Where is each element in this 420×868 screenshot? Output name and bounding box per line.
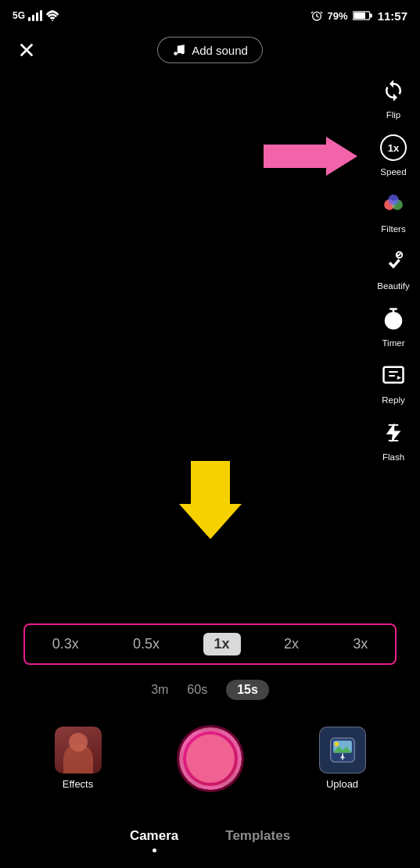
svg-marker-16 xyxy=(264,137,357,176)
reply-button[interactable]: Reply xyxy=(373,355,414,408)
effects-thumbnail xyxy=(55,727,102,773)
speed-label: Speed xyxy=(380,167,406,177)
filters-icon-container xyxy=(376,188,411,222)
reply-icon xyxy=(382,364,405,388)
timer-label: Timer xyxy=(382,338,405,348)
alarm-icon xyxy=(311,9,323,22)
duration-3m[interactable]: 3m xyxy=(151,683,168,697)
beautify-icon-container xyxy=(376,245,411,279)
speed-option-3x[interactable]: 3x xyxy=(342,633,379,655)
yellow-arrow-svg xyxy=(179,461,242,539)
speed-button[interactable]: 1x Speed xyxy=(373,127,414,180)
svg-point-9 xyxy=(388,195,399,205)
flash-button[interactable]: Flash xyxy=(373,413,414,465)
wifi-icon xyxy=(45,10,59,21)
svg-rect-3 xyxy=(370,13,372,17)
timer-button[interactable]: 3 Timer xyxy=(373,298,414,351)
nav-templates: Templates xyxy=(225,828,290,852)
svg-rect-4 xyxy=(354,13,365,19)
camera-tab[interactable]: Camera xyxy=(130,828,178,844)
svg-text:3: 3 xyxy=(389,320,393,328)
svg-point-5 xyxy=(174,52,178,55)
svg-marker-17 xyxy=(179,461,242,539)
beautify-button[interactable]: Beautify xyxy=(373,241,414,294)
upload-button[interactable]: Upload xyxy=(319,727,366,790)
svg-point-20 xyxy=(334,742,338,746)
timer-icon: 3 xyxy=(382,307,405,330)
flip-icon-container xyxy=(376,73,411,108)
signal-icon: 5G xyxy=(13,10,25,21)
effects-label: Effects xyxy=(63,778,94,790)
bottom-controls: Effects Upload xyxy=(0,727,420,790)
duration-selector: 3m 60s 15s xyxy=(0,680,420,700)
close-button[interactable] xyxy=(13,36,41,64)
add-sound-button[interactable]: Add sound xyxy=(157,37,263,63)
beautify-label: Beautify xyxy=(377,281,410,291)
record-button[interactable] xyxy=(179,727,242,790)
battery-percent: 79% xyxy=(328,10,348,22)
flip-icon xyxy=(382,79,405,102)
filters-button[interactable]: Filters xyxy=(373,184,414,237)
pink-arrow-svg xyxy=(264,133,357,180)
reply-label: Reply xyxy=(382,395,404,405)
upload-label: Upload xyxy=(326,778,358,790)
record-inner xyxy=(186,734,235,783)
camera-area: 5G 79% xyxy=(0,0,420,868)
svg-point-0 xyxy=(52,20,53,21)
flip-label: Flip xyxy=(386,110,401,120)
yellow-arrow-annotation xyxy=(179,461,242,542)
nav-camera: Camera xyxy=(130,828,178,852)
close-icon xyxy=(16,40,37,60)
signal-bars xyxy=(28,10,42,21)
beautify-icon xyxy=(382,250,405,273)
speed-circle: 1x xyxy=(380,134,407,161)
nav-active-dot xyxy=(153,848,156,852)
reply-icon-container xyxy=(376,359,411,393)
bottom-nav: Camera Templates xyxy=(0,828,420,852)
battery-icon xyxy=(353,10,373,21)
right-toolbar: Flip 1x Speed Filters xyxy=(373,70,414,465)
speed-selector: 0.3x 0.5x 1x 2x 3x xyxy=(23,623,397,665)
flash-icon-container xyxy=(376,416,411,450)
svg-rect-13 xyxy=(384,367,404,383)
pink-arrow-annotation xyxy=(264,133,357,183)
timer-icon-container: 3 xyxy=(376,302,411,336)
time-display: 11:57 xyxy=(378,9,407,23)
flip-button[interactable]: Flip xyxy=(373,70,414,123)
music-icon xyxy=(172,43,186,57)
speed-option-03x[interactable]: 0.3x xyxy=(41,633,90,655)
duration-60s[interactable]: 60s xyxy=(187,683,207,697)
duration-15s[interactable]: 15s xyxy=(226,680,269,700)
upload-icon-box xyxy=(319,727,366,773)
templates-tab[interactable]: Templates xyxy=(225,828,290,844)
flash-icon xyxy=(382,421,405,445)
upload-icon xyxy=(329,737,356,763)
filters-label: Filters xyxy=(381,224,405,234)
speed-badge: 1x xyxy=(388,142,399,154)
speed-option-2x[interactable]: 2x xyxy=(273,633,310,655)
speed-option-05x[interactable]: 0.5x xyxy=(122,633,171,655)
speed-option-1x[interactable]: 1x xyxy=(203,633,241,655)
speed-icon-container: 1x xyxy=(376,130,411,165)
add-sound-label: Add sound xyxy=(192,44,248,57)
svg-point-6 xyxy=(181,51,185,55)
status-left: 5G xyxy=(13,10,59,21)
top-bar: Add sound xyxy=(0,28,420,72)
filters-icon xyxy=(382,193,405,216)
status-right: 79% 11:57 xyxy=(311,9,407,23)
status-bar: 5G 79% xyxy=(0,0,420,28)
effects-button[interactable]: Effects xyxy=(55,727,102,790)
flash-label: Flash xyxy=(382,452,404,462)
